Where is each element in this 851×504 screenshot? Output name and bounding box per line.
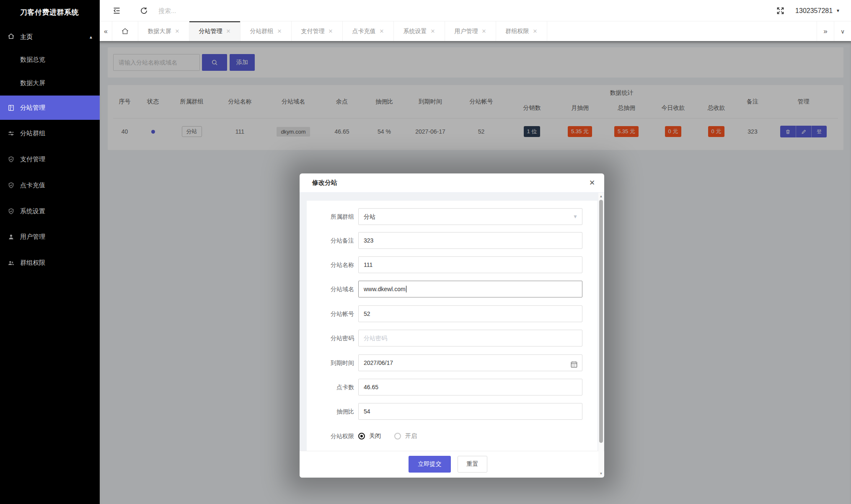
- tab-user-manage[interactable]: 用户管理✕: [445, 21, 496, 41]
- home-icon: [121, 27, 129, 35]
- group-select[interactable]: 分站 ▼: [358, 208, 582, 225]
- tab-label: 分站群组: [250, 28, 274, 35]
- sidebar-item-label: 系统设置: [20, 207, 45, 215]
- radio-on[interactable]: [394, 433, 401, 439]
- name-field[interactable]: 111: [358, 256, 582, 273]
- tab-system-settings[interactable]: 系统设置✕: [394, 21, 445, 41]
- tab-label: 分站管理: [199, 28, 222, 35]
- field-value: 2027/06/17: [364, 359, 393, 366]
- field-placeholder: 分站密码: [364, 335, 387, 341]
- tab-label: 用户管理: [455, 28, 478, 35]
- rate-field[interactable]: 54: [358, 403, 582, 420]
- tab-substation-group[interactable]: 分站群组✕: [241, 21, 292, 41]
- sidebar-item-label: 主页: [20, 33, 33, 41]
- tabs-menu-icon[interactable]: ∨: [834, 21, 851, 41]
- sidebar-item-label: 点卡充值: [20, 181, 45, 189]
- scroll-up-icon[interactable]: ▲: [598, 194, 604, 199]
- close-icon[interactable]: ✕: [533, 28, 538, 34]
- sidebar-item-substation-manage[interactable]: 分站管理: [0, 96, 100, 120]
- home-icon: [8, 33, 15, 41]
- sidebar-item-system-settings[interactable]: 系统设置: [0, 199, 100, 223]
- tabs-scroll-left-icon[interactable]: «: [100, 21, 112, 41]
- user-menu[interactable]: 1302357281 ▼: [795, 0, 840, 21]
- app-root: 刀客付费进群系统 主页 ▲ 数据总览 数据大屏 分站管理 分站群组: [0, 0, 851, 504]
- collapse-sidebar-icon[interactable]: [112, 0, 121, 21]
- password-field[interactable]: 分站密码: [358, 330, 582, 346]
- tab-group-permission[interactable]: 群组权限✕: [496, 21, 547, 41]
- close-icon[interactable]: ✕: [175, 28, 180, 34]
- close-icon[interactable]: ✕: [380, 28, 384, 34]
- tabs-scroll-right-icon[interactable]: »: [817, 21, 834, 41]
- tab-substation-manage[interactable]: 分站管理✕: [189, 21, 241, 41]
- scroll-down-icon[interactable]: ▼: [598, 471, 604, 476]
- field-label: 抽佣比: [307, 403, 354, 420]
- modal-body: 所属群组 分站 ▼ 分站备注 323 分站名称 111 分站域名 www.: [300, 193, 604, 451]
- shield-check-icon: [8, 182, 15, 189]
- form-row-expire: 到期时间 2027/06/17: [307, 354, 598, 371]
- sidebar-item-label: 数据总览: [20, 56, 45, 63]
- app-title: 刀客付费进群系统: [0, 0, 100, 17]
- radio-on-label: 开启: [405, 432, 417, 440]
- form-row-domain: 分站域名 www.dkewl.com: [307, 281, 598, 297]
- tab-label: 群组权限: [506, 28, 529, 35]
- global-search-input[interactable]: [158, 4, 292, 17]
- close-icon[interactable]: ✕: [277, 28, 282, 34]
- sidebar-item-group-permission[interactable]: 群组权限: [0, 251, 100, 274]
- field-value: 46.65: [364, 384, 378, 390]
- topbar: 1302357281 ▼: [100, 0, 851, 21]
- domain-field[interactable]: www.dkewl.com: [358, 281, 582, 297]
- close-icon[interactable]: ✕: [482, 28, 486, 34]
- radio-off[interactable]: [358, 433, 365, 439]
- expire-date-field[interactable]: 2027/06/17: [358, 354, 582, 371]
- chevron-down-icon: ▼: [836, 8, 840, 13]
- scrollbar-thumb[interactable]: [599, 200, 603, 443]
- tab-label: 支付管理: [301, 28, 325, 35]
- tab-payment-manage[interactable]: 支付管理✕: [292, 21, 343, 41]
- sidebar-item-user-manage[interactable]: 用户管理: [0, 225, 100, 248]
- submit-button[interactable]: 立即提交: [409, 456, 451, 473]
- tab-data-screen[interactable]: 数据大屏✕: [138, 21, 189, 41]
- sidebar-item-data-screen[interactable]: 数据大屏: [0, 74, 100, 92]
- close-icon[interactable]: ✕: [329, 28, 333, 34]
- sidebar: 刀客付费进群系统 主页 ▲ 数据总览 数据大屏 分站管理 分站群组: [0, 0, 100, 504]
- field-label: 分站权限: [307, 428, 354, 445]
- fullscreen-icon[interactable]: [776, 0, 785, 21]
- sidebar-item-label: 分站群组: [20, 129, 45, 137]
- sidebar-item-card-recharge[interactable]: 点卡充值: [0, 173, 100, 197]
- sidebar-item-data-overview[interactable]: 数据总览: [0, 50, 100, 69]
- form-row-remark: 分站备注 323: [307, 232, 598, 249]
- sidebar-item-label: 数据大屏: [20, 79, 45, 86]
- form-row-password: 分站密码 分站密码: [307, 330, 598, 346]
- shield-check-icon: [8, 208, 15, 215]
- radio-off-label: 关闭: [369, 432, 381, 440]
- form-row-name: 分站名称 111: [307, 256, 598, 273]
- close-icon[interactable]: ✕: [431, 28, 435, 34]
- form-row-group: 所属群组 分站 ▼: [307, 208, 598, 225]
- users-icon: [8, 259, 15, 266]
- points-field[interactable]: 46.65: [358, 379, 582, 395]
- sidebar-item-substation-group[interactable]: 分站群组: [0, 121, 100, 145]
- modal-scrollbar[interactable]: ▲ ▼: [598, 193, 604, 477]
- sidebar-item-home[interactable]: 主页 ▲: [0, 28, 100, 46]
- tab-label: 系统设置: [404, 28, 427, 35]
- sidebar-item-payment-manage[interactable]: 支付管理: [0, 147, 100, 171]
- field-label: 分站名称: [307, 256, 354, 273]
- tab-card-recharge[interactable]: 点卡充值✕: [343, 21, 394, 41]
- tabbar: « 数据大屏✕ 分站管理✕ 分站群组✕ 支付管理✕ 点卡充值✕ 系统设置✕ 用户…: [100, 21, 851, 41]
- refresh-icon[interactable]: [140, 0, 148, 21]
- calendar-icon[interactable]: [570, 359, 578, 375]
- account-field[interactable]: 52: [358, 305, 582, 322]
- field-label: 分站备注: [307, 232, 354, 249]
- sliders-icon: [8, 130, 15, 137]
- field-value: www.dkewl.com: [364, 286, 406, 292]
- modal-title: 修改分站: [300, 179, 337, 187]
- field-label: 分站密码: [307, 330, 354, 346]
- reset-button[interactable]: 重置: [458, 456, 487, 473]
- field-label: 点卡数: [307, 379, 354, 395]
- close-icon[interactable]: ✕: [587, 178, 597, 188]
- remark-field[interactable]: 323: [358, 232, 582, 249]
- tab-home[interactable]: [112, 21, 138, 41]
- field-value: 111: [364, 261, 372, 268]
- field-label: 所属群组: [307, 208, 354, 225]
- close-icon[interactable]: ✕: [226, 28, 231, 34]
